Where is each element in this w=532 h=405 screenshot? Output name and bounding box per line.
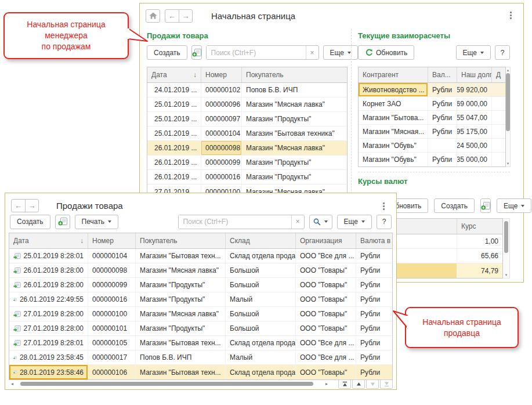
table-row[interactable]: 27.01.2019 8:28:00 000000101 Магазин "Пр…	[9, 321, 392, 336]
cell-clipped[interactable]	[492, 111, 505, 124]
cell-organization[interactable]: ООО "Товары"	[296, 365, 356, 379]
cell-rate[interactable]: 65,66	[457, 249, 502, 263]
cell-currency[interactable]	[428, 139, 457, 152]
cell-number[interactable]: 000000101	[88, 321, 136, 335]
cell-number[interactable]: 000000016	[201, 170, 242, 184]
cell-date[interactable]: 26.01.2019 8:28:00	[9, 263, 88, 277]
cell-currency[interactable]: Рубли	[428, 153, 457, 167]
cell-buyer[interactable]: Магазин "Мясная лавка"	[242, 97, 347, 111]
column-header-warehouse[interactable]: Склад	[226, 233, 296, 248]
column-header-clipped[interactable]: Д	[492, 67, 505, 82]
cell-number[interactable]: 000000104	[88, 249, 136, 263]
cell-number[interactable]: 000000099	[201, 156, 242, 169]
cell-date[interactable]: 27.01.2019 8:28:01	[9, 336, 88, 350]
table-row-selected[interactable]: Животноводство ... Рубли 159 920,00	[359, 83, 505, 97]
cell-currency[interactable]: Рубли	[356, 278, 392, 292]
cell-clipped[interactable]	[492, 97, 505, 110]
cell-buyer[interactable]: Магазин "Бытовая техн...	[136, 249, 226, 263]
cell-currency[interactable]: Рубли	[428, 83, 457, 96]
cell-date[interactable]: 27.01.2019 8:28:00	[9, 321, 88, 335]
cell-rate[interactable]: 1,00	[457, 234, 502, 248]
vertical-scrollbar[interactable]: ▴ ▾	[506, 67, 511, 167]
more-button[interactable]: Еще	[337, 215, 372, 229]
print-button[interactable]: Печать	[75, 215, 118, 229]
cell-currency[interactable]: Рубли	[356, 336, 392, 350]
column-header-organization[interactable]: Организация	[296, 233, 356, 248]
table-row[interactable]: 26.01.2019 ... 000000016 Магазин "Продук…	[147, 170, 347, 185]
cell-buyer[interactable]: Магазин "Бытовая техн...	[136, 365, 226, 379]
cell-date-active[interactable]: 28.01.2019 23:58:46	[9, 365, 88, 379]
column-header-rate[interactable]: Курс	[457, 219, 502, 234]
more-button[interactable]: Еще	[456, 45, 491, 60]
refresh-button[interactable]: Обновить	[358, 45, 414, 60]
cell-number[interactable]: 000000100	[88, 307, 136, 321]
column-header-date[interactable]: Дата↓	[9, 233, 88, 248]
table-row[interactable]: 25.01.2019 ... 000000096 Магазин "Мясная…	[147, 97, 347, 112]
cell-organization[interactable]: ООО "Товары"	[296, 292, 356, 306]
cell-number[interactable]: 000000098	[88, 263, 136, 277]
cell-date[interactable]: 25.01.2019 ...	[147, 126, 201, 140]
table-row[interactable]: 25.01.2019 ... 000000104 Магазин "Бытова…	[147, 126, 347, 141]
cell-debt[interactable]: 95 175,00	[457, 125, 492, 138]
cell-debt[interactable]: 24 500,00	[457, 139, 492, 152]
cell-warehouse[interactable]: Большой	[226, 321, 296, 335]
column-header-date[interactable]: Дата↓	[147, 67, 201, 82]
more-button[interactable]: Еще	[497, 198, 531, 213]
cell-buyer[interactable]: Магазин "Продукты"	[136, 278, 226, 292]
cell-buyer[interactable]: Магазин "Продукты"	[242, 112, 347, 126]
forward-button[interactable]: →	[25, 200, 38, 212]
cell-number[interactable]: 000000017	[88, 350, 136, 364]
home-button[interactable]	[146, 9, 160, 23]
scroll-right-icon[interactable]: ▸	[323, 381, 330, 386]
column-header-currency[interactable]: Вал...	[428, 67, 457, 82]
table-row[interactable]: 26.01.2019 ... 000000099 Магазин "Продук…	[147, 156, 347, 170]
cell-currency[interactable]: Рубли	[428, 125, 457, 138]
cell-date[interactable]: 26.01.2019 ...	[147, 170, 201, 184]
cell-clipped[interactable]	[492, 153, 505, 167]
cell-organization[interactable]: ООО "Все для ...	[296, 336, 356, 350]
cell-number[interactable]: 000000099	[88, 278, 136, 292]
table-row[interactable]: Корнет ЗАО Рубли 269 000,00	[359, 97, 505, 111]
create-by-copy-button[interactable]	[480, 198, 491, 213]
cell-number[interactable]: 000000105	[88, 336, 136, 350]
column-header-number[interactable]: Номер	[88, 233, 136, 248]
go-down-button[interactable]	[366, 379, 379, 389]
cell-date[interactable]: 26.01.2019 8:28:00	[9, 278, 88, 292]
cell-warehouse[interactable]: Большой	[226, 307, 296, 321]
cell-number-active[interactable]: 000000098	[201, 141, 242, 155]
help-button[interactable]: ?	[495, 45, 510, 60]
cell-buyer[interactable]: Магазин "Мясная лавка"	[242, 141, 347, 155]
table-row[interactable]: 26.01.2019 22:49:55 000000016 Магазин "П…	[9, 292, 392, 307]
column-header-our-debt[interactable]: Наш долг	[457, 67, 492, 82]
scrollbar-thumb[interactable]	[506, 73, 510, 131]
scroll-left-icon[interactable]: ◂	[9, 381, 16, 386]
cell-currency[interactable]: Рубли	[356, 365, 392, 379]
table-row-selected[interactable]: 26.01.2019 ... 000000098 Магазин "Мясная…	[147, 141, 347, 156]
table-row[interactable]: 27.01.2019 8:28:01 000000105 Магазин "Бы…	[9, 336, 392, 350]
create-button[interactable]: Создать	[434, 198, 475, 213]
cell-clipped[interactable]	[492, 125, 505, 138]
search-options-button[interactable]	[309, 215, 332, 229]
clear-search-icon[interactable]: ×	[291, 215, 304, 229]
cell-date[interactable]: 26.01.2019 ...	[147, 141, 201, 155]
cell-rate[interactable]: 74,79	[457, 263, 502, 278]
horizontal-scrollbar[interactable]: ◂ ▸	[9, 379, 393, 388]
cell-currency[interactable]: Рубли	[356, 307, 392, 321]
search-input[interactable]	[179, 215, 291, 229]
cell-number[interactable]: 000000016	[88, 292, 136, 306]
column-header-contractor[interactable]: Контрагент	[359, 67, 428, 82]
scroll-down-icon[interactable]: ▾	[507, 161, 509, 167]
clear-search-icon[interactable]: ×	[306, 46, 319, 59]
go-up-button[interactable]	[352, 379, 365, 389]
cell-date[interactable]: 24.01.2019 ...	[147, 83, 201, 97]
go-to-last-button[interactable]	[380, 379, 393, 389]
back-button[interactable]: ←	[12, 200, 25, 212]
cell-organization[interactable]: ООО "Товары"	[296, 278, 356, 292]
cell-buyer[interactable]: Попов Б.В. ИЧП	[242, 83, 347, 97]
cell-date[interactable]: 27.01.2019 8:28:00	[9, 307, 88, 321]
cell-number[interactable]: 000000104	[201, 126, 242, 140]
cell-warehouse[interactable]: Склад отдела продаж	[226, 336, 296, 350]
create-button[interactable]: Создать	[147, 45, 187, 60]
cell-currency[interactable]: Рубли	[356, 292, 392, 306]
table-row[interactable]: Магазин "Обувь" Рубли 35 000,00	[359, 153, 505, 167]
